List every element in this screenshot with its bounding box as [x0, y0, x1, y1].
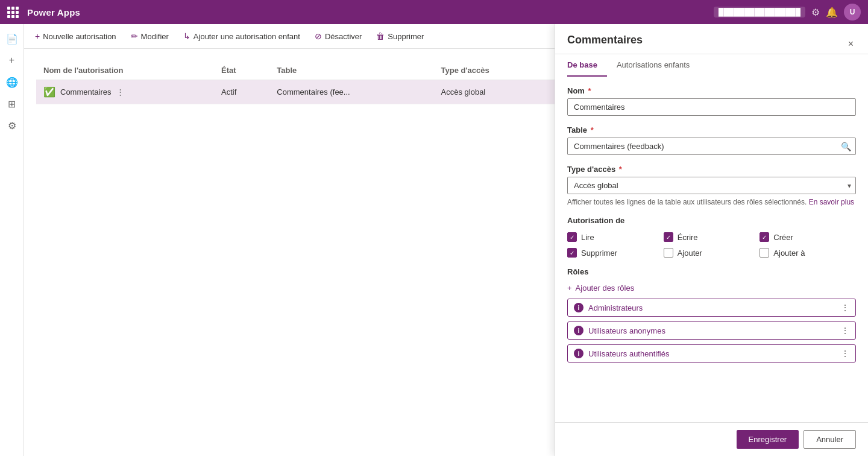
access-select-wrapper: Accès global Accès utilisateur Accès par…	[567, 177, 856, 194]
sidebar-add-icon[interactable]: +	[2, 51, 22, 70]
perm-add-label: Ajouter	[678, 249, 702, 258]
col-table: Table	[269, 61, 433, 80]
sidebar-table-icon[interactable]: ⊞	[2, 94, 22, 113]
add-child-button[interactable]: ↳ Ajouter une autorisation enfant	[182, 29, 301, 43]
settings-icon[interactable]: ⚙	[811, 7, 820, 18]
access-info-text: Afficher toutes les lignes de la table a…	[567, 198, 856, 206]
role-info-icon-anon: i	[574, 326, 583, 335]
access-label: Type d'accès *	[567, 165, 856, 174]
tab-child-auth[interactable]: Autorisations enfants	[617, 54, 699, 77]
perm-write-label: Écrire	[678, 233, 698, 242]
table-group: Table * 🔍	[567, 125, 856, 155]
name-label: Nom *	[567, 86, 856, 95]
role-more-icon-auth[interactable]: ⋮	[841, 349, 849, 358]
perm-append: Ajouter à	[760, 248, 856, 258]
perm-add-checkbox[interactable]	[664, 248, 673, 258]
permissions-grid: Lire Écrire Créer Supprimer	[567, 232, 856, 258]
required-star-access: *	[619, 165, 622, 174]
close-button[interactable]: ×	[846, 36, 856, 52]
role-more-icon[interactable]: ⋮	[841, 303, 849, 312]
plus-icon: +	[567, 283, 572, 293]
name-group: Nom *	[567, 86, 856, 116]
plus-icon: +	[35, 31, 40, 41]
delete-icon: 🗑	[376, 31, 385, 41]
role-tag-anon[interactable]: i Utilisateurs anonymes ⋮	[567, 321, 856, 340]
col-access: Type d'accès	[434, 61, 552, 80]
table-input-wrapper: 🔍	[567, 138, 856, 155]
role-info-icon-auth: i	[574, 349, 583, 358]
avatar[interactable]: U	[844, 4, 861, 21]
content-area: + Nouvelle autorisation ✏ Modifier ↳ Ajo…	[24, 24, 868, 456]
role-tag-auth[interactable]: i Utilisateurs authentifiés ⋮	[567, 344, 856, 363]
search-icon: 🔍	[841, 142, 851, 151]
panel-footer: Enregistrer Annuler	[555, 422, 868, 456]
access-group: Type d'accès * Accès global Accès utilis…	[567, 165, 856, 206]
role-more-icon-anon[interactable]: ⋮	[841, 326, 849, 335]
perm-create-checkbox[interactable]	[760, 232, 769, 242]
permissions-label: Autorisation de	[567, 216, 856, 225]
row-table: Commentaires (fee...	[269, 80, 433, 104]
col-name: Nom de l'autorisation	[36, 61, 214, 80]
new-auth-button[interactable]: + Nouvelle autorisation	[34, 29, 118, 43]
user-info[interactable]: ████████████████	[714, 7, 805, 17]
tab-base[interactable]: De base	[567, 54, 607, 77]
perm-create-label: Créer	[773, 233, 793, 242]
role-info-icon-admin: i	[574, 303, 583, 312]
row-access: Accès global	[434, 80, 552, 104]
row-name: Commentaires	[60, 87, 112, 97]
sidebar: 📄 + 🌐 ⊞ ⚙	[0, 24, 24, 456]
cancel-button[interactable]: Annuler	[804, 430, 856, 449]
row-more-icon[interactable]: ⋮	[116, 87, 124, 97]
sidebar-page-icon[interactable]: 📄	[2, 29, 22, 48]
perm-append-label: Ajouter à	[773, 249, 805, 258]
perm-write-checkbox[interactable]	[664, 232, 673, 242]
side-panel: Commentaires × De base Autorisations enf…	[555, 24, 868, 456]
role-admin-label: Administrateurs	[588, 303, 643, 312]
perm-write: Écrire	[664, 232, 760, 242]
row-check-icon: ✅	[43, 86, 55, 98]
panel-tabs: De base Autorisations enfants	[555, 54, 868, 77]
table-label: Table *	[567, 125, 856, 135]
name-input[interactable]	[567, 98, 856, 116]
add-roles-button[interactable]: + Ajouter des rôles	[567, 283, 634, 293]
roles-section: Rôles + Ajouter des rôles i Administrate…	[567, 267, 856, 363]
roles-label: Rôles	[567, 267, 856, 276]
perm-create: Créer	[760, 232, 856, 242]
role-tag-admin[interactable]: i Administrateurs ⋮	[567, 299, 856, 317]
panel-title: Commentaires	[567, 34, 643, 54]
perm-delete-checkbox[interactable]	[567, 248, 577, 258]
required-star-table: *	[591, 125, 594, 135]
panel-body: Nom * Table * 🔍	[555, 77, 868, 422]
table-input[interactable]	[567, 138, 856, 155]
edit-button[interactable]: ✏ Modifier	[130, 29, 170, 43]
perm-read: Lire	[567, 232, 664, 242]
child-icon: ↳	[183, 31, 190, 41]
edit-icon: ✏	[131, 31, 138, 41]
perm-read-label: Lire	[581, 233, 594, 242]
role-auth-label: Utilisateurs authentifiés	[588, 349, 669, 358]
perm-delete: Supprimer	[567, 248, 664, 258]
sidebar-settings-icon[interactable]: ⚙	[2, 116, 22, 135]
sidebar-globe-icon[interactable]: 🌐	[2, 72, 22, 92]
perm-append-checkbox[interactable]	[760, 248, 769, 258]
deactivate-button[interactable]: ⊘ Désactiver	[313, 29, 363, 43]
notification-icon[interactable]: 🔔	[826, 7, 838, 18]
learn-more-link[interactable]: En savoir plus	[809, 198, 854, 206]
topbar-right: ████████████████ ⚙ 🔔 U	[714, 4, 861, 21]
save-button[interactable]: Enregistrer	[737, 430, 799, 449]
panel-header: Commentaires ×	[555, 24, 868, 54]
grid-icon[interactable]	[7, 7, 19, 18]
row-state: Actif	[214, 80, 269, 104]
topbar: Power Apps ████████████████ ⚙ 🔔 U	[0, 0, 868, 24]
col-state: État	[214, 61, 269, 80]
deactivate-icon: ⊘	[315, 31, 322, 41]
required-star: *	[588, 86, 591, 95]
perm-add: Ajouter	[664, 248, 760, 258]
access-select[interactable]: Accès global Accès utilisateur Accès par…	[567, 177, 856, 194]
permissions-group: Autorisation de Lire Écrire Créer	[567, 216, 856, 258]
perm-delete-label: Supprimer	[581, 249, 617, 258]
perm-read-checkbox[interactable]	[567, 232, 577, 242]
main-layout: 📄 + 🌐 ⊞ ⚙ + Nouvelle autorisation ✏ Modi…	[0, 24, 868, 456]
delete-button[interactable]: 🗑 Supprimer	[375, 29, 425, 43]
app-title: Power Apps	[27, 7, 80, 17]
